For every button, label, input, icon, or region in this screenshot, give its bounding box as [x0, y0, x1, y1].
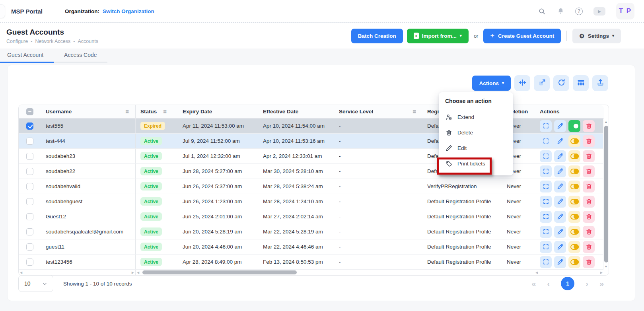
scroll-left-icon[interactable]: ◀: [535, 271, 538, 274]
batch-creation-button[interactable]: Batch Creation: [351, 29, 403, 43]
row-checkbox[interactable]: [26, 243, 33, 251]
create-guest-account-button[interactable]: + Create Guest Account: [483, 29, 561, 43]
edit-row-button[interactable]: [554, 226, 566, 238]
edit-row-button[interactable]: [554, 241, 566, 253]
refresh-button[interactable]: [553, 75, 569, 91]
row-checkbox[interactable]: [26, 168, 33, 175]
select-all-checkbox[interactable]: [26, 108, 33, 115]
expand-row-button[interactable]: [540, 226, 552, 238]
menu-item-extend[interactable]: Extend: [439, 109, 513, 125]
column-header-status[interactable]: Status≡: [136, 105, 178, 118]
scrollbar-thumb[interactable]: [604, 126, 608, 262]
edit-row-button[interactable]: [554, 120, 566, 132]
delete-row-button[interactable]: [583, 135, 595, 147]
column-header-username[interactable]: Username≡: [41, 105, 136, 118]
expand-row-button[interactable]: [540, 150, 552, 162]
export-button[interactable]: [592, 75, 608, 91]
row-checkbox[interactable]: [26, 259, 33, 266]
expand-row-button[interactable]: [540, 196, 552, 208]
column-menu-icon[interactable]: ≡: [412, 108, 416, 115]
settings-button[interactable]: ⚙ Settings ▾: [572, 29, 621, 43]
scroll-down-icon[interactable]: ▼: [605, 263, 608, 270]
first-page-button[interactable]: «: [531, 280, 536, 288]
row-checkbox[interactable]: [26, 138, 33, 145]
prev-page-button[interactable]: ‹: [547, 280, 550, 288]
avatar[interactable]: T P: [616, 3, 634, 19]
scroll-right-icon[interactable]: ▶: [132, 271, 134, 274]
edit-row-button[interactable]: [554, 150, 566, 162]
next-page-button[interactable]: ›: [586, 280, 588, 288]
edit-row-button[interactable]: [554, 165, 566, 177]
toggle-account-button[interactable]: [568, 226, 580, 238]
row-checkbox[interactable]: [26, 183, 33, 190]
row-checkbox[interactable]: [26, 213, 33, 220]
open-expand-button[interactable]: [534, 75, 550, 91]
expand-row-button[interactable]: [540, 181, 552, 192]
expand-row-button[interactable]: [540, 135, 552, 147]
table-row[interactable]: Guest12 Active Jun 25, 2024 2:01:00 am M…: [19, 209, 604, 224]
delete-row-button[interactable]: [583, 226, 595, 238]
current-page-button[interactable]: 1: [561, 277, 574, 290]
table-row[interactable]: soudabehguest Active Jun 26, 2024 1:23:0…: [19, 194, 604, 209]
column-menu-icon[interactable]: ≡: [125, 108, 129, 115]
scroll-left-icon[interactable]: ◀: [137, 271, 139, 274]
scroll-left-icon[interactable]: ◀: [20, 271, 22, 274]
tab-access-code[interactable]: Access Code: [54, 49, 107, 63]
table-row[interactable]: guest11 Active Jun 20, 2024 4:46:00 am M…: [19, 239, 604, 255]
table-row[interactable]: test-444 Active Jul 9, 2024 11:52:00 am …: [19, 134, 604, 149]
page-size-select[interactable]: 10: [18, 275, 53, 292]
table-row[interactable]: soudabehvalid Active Jun 26, 2024 5:37:0…: [19, 179, 604, 194]
switch-organization-link[interactable]: Switch Organization: [103, 8, 154, 14]
toggle-account-button[interactable]: [568, 135, 580, 147]
delete-row-button[interactable]: [583, 150, 595, 162]
toggle-account-button[interactable]: [568, 120, 580, 132]
toggle-account-button[interactable]: [568, 181, 580, 192]
horizontal-scrollbar[interactable]: ◀▶ ◀ ◀▶: [19, 270, 609, 275]
edit-row-button[interactable]: [554, 196, 566, 208]
edit-row-button[interactable]: [554, 256, 566, 268]
row-checkbox[interactable]: [26, 198, 33, 205]
delete-row-button[interactable]: [583, 165, 595, 177]
actions-dropdown-button[interactable]: Actions ▾: [472, 76, 511, 91]
toggle-account-button[interactable]: [568, 211, 580, 223]
collapse-columns-button[interactable]: [514, 75, 530, 91]
row-checkbox[interactable]: [26, 122, 33, 130]
toggle-account-button[interactable]: [568, 256, 580, 268]
tab-guest-account[interactable]: Guest Account: [0, 49, 54, 63]
expand-row-button[interactable]: [540, 256, 552, 268]
scroll-right-icon[interactable]: ▶: [600, 271, 603, 274]
column-menu-icon[interactable]: ≡: [163, 108, 167, 115]
column-header-service-level[interactable]: Service Level≡: [334, 105, 422, 118]
delete-row-button[interactable]: [583, 211, 595, 223]
bell-icon[interactable]: [556, 7, 564, 15]
menu-item-delete[interactable]: Delete: [439, 125, 513, 140]
last-page-button[interactable]: »: [599, 280, 604, 288]
expand-row-button[interactable]: [540, 165, 552, 177]
table-row[interactable]: test555 Expired Apr 11, 2024 11:53:00 am…: [19, 119, 604, 134]
column-header-expiry-date[interactable]: Expiry Date: [178, 105, 258, 118]
delete-row-button[interactable]: [583, 196, 595, 208]
row-checkbox[interactable]: [26, 228, 33, 235]
columns-button[interactable]: [573, 75, 589, 91]
sidebar-collapsed-handle[interactable]: [0, 4, 5, 18]
delete-row-button[interactable]: [583, 256, 595, 268]
import-from-button[interactable]: x Import from... ▾: [407, 29, 469, 43]
edit-row-button[interactable]: [554, 135, 566, 147]
delete-row-button[interactable]: [583, 120, 595, 132]
scroll-up-icon[interactable]: ▲: [605, 119, 608, 125]
vertical-scrollbar[interactable]: ▲ ▼: [603, 119, 609, 270]
expand-row-button[interactable]: [540, 241, 552, 253]
table-row[interactable]: soudabeh23 Active Jul 1, 2024 12:32:00 a…: [19, 149, 604, 164]
row-checkbox[interactable]: [26, 153, 33, 160]
toggle-account-button[interactable]: [568, 196, 580, 208]
expand-row-button[interactable]: [540, 120, 552, 132]
delete-row-button[interactable]: [583, 241, 595, 253]
help-icon[interactable]: ?: [575, 8, 583, 15]
expand-row-button[interactable]: [540, 211, 552, 223]
delete-row-button[interactable]: [583, 181, 595, 192]
column-header-effective-date[interactable]: Effective Date: [258, 105, 334, 118]
table-row[interactable]: soudabehsqaalcatel@gmail.com Active Jun …: [19, 224, 604, 239]
video-icon[interactable]: ▶: [593, 7, 605, 16]
menu-item-print-tickets[interactable]: Print tickets: [439, 156, 513, 171]
table-row[interactable]: test123456 Active Apr 28, 2024 8:49:00 p…: [19, 255, 604, 270]
